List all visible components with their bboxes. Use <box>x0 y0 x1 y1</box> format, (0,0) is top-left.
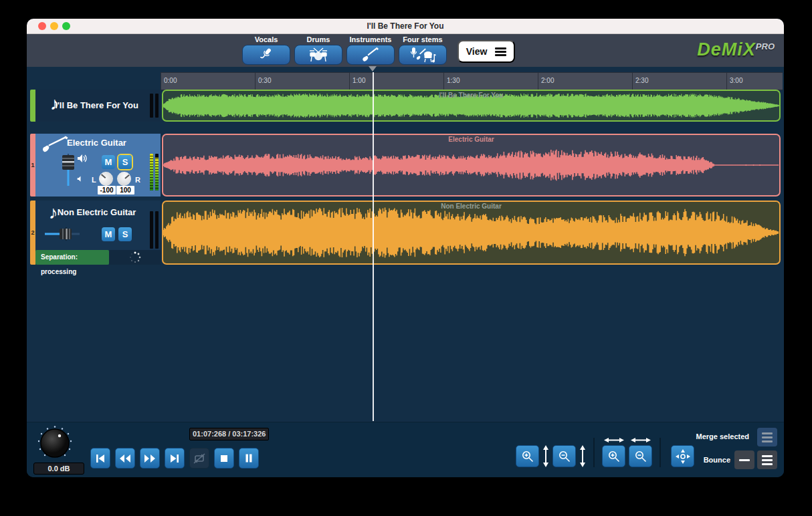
rewind-icon <box>119 454 131 463</box>
separation-status-strip: Separation: processing <box>35 250 161 265</box>
ruler-tick: 1:30 <box>443 73 460 90</box>
stem-four-stems: Four stems <box>399 35 447 65</box>
drums-button[interactable] <box>294 45 342 65</box>
logo-suffix: PRO <box>756 41 775 51</box>
track-row-mix: ♪ I'll Be There For You I'll Be There Fo… <box>30 90 781 122</box>
volume-fader[interactable] <box>60 152 77 187</box>
master-volume-value: 0.0 dB <box>33 463 84 475</box>
speaker-loud-icon <box>77 154 88 163</box>
pause-button[interactable] <box>239 448 259 469</box>
speaker-quiet-icon <box>77 175 84 182</box>
titlebar: I'll Be There For You <box>27 19 784 34</box>
ruler-tick: 0:00 <box>161 73 177 90</box>
zoom-out-icon <box>634 450 647 463</box>
transport-controls <box>90 448 259 469</box>
track-color-strip[interactable]: 1 <box>30 134 35 197</box>
stem-drums: Drums <box>294 35 342 65</box>
playhead-line[interactable] <box>373 72 374 421</box>
separation-status: Separation: processing <box>35 250 109 265</box>
fast-forward-icon <box>144 454 156 463</box>
stem-instruments: Instruments <box>346 35 395 65</box>
stem-label: Four stems <box>403 35 442 43</box>
bounce-menu-button[interactable] <box>757 450 777 469</box>
track-number: 1 <box>31 162 34 168</box>
track-title: I'll Be There For You <box>49 100 144 110</box>
stem-label: Vocals <box>255 35 278 43</box>
solo-button[interactable]: S <box>118 227 132 241</box>
zoom-out-vertical-button[interactable] <box>552 445 576 467</box>
zoom-out-horizontal-button[interactable] <box>629 445 652 467</box>
four-stems-button[interactable] <box>399 45 447 65</box>
track-header-mix[interactable]: ♪ I'll Be There For You <box>35 90 161 122</box>
audio-clip-mix[interactable]: I'll Be There For You <box>162 90 781 122</box>
solo-button[interactable]: S <box>118 155 132 169</box>
spinner-icon <box>128 251 142 264</box>
bottom-bar: 0.0 dB <box>27 422 784 477</box>
loop-disabled-icon <box>193 453 206 464</box>
playhead-marker[interactable] <box>369 66 377 72</box>
divider <box>593 438 595 467</box>
vocals-button[interactable] <box>242 45 290 65</box>
ruler-tick: 2:00 <box>538 73 554 90</box>
clip-label: I'll Be There For You <box>163 92 779 99</box>
fit-view-icon <box>676 449 690 464</box>
vertical-resize-icon <box>579 445 586 467</box>
mute-button[interactable]: M <box>102 227 115 241</box>
logo-text: DeMiX <box>697 40 756 59</box>
zoom-in-vertical-button[interactable] <box>516 445 539 467</box>
horizontal-slider[interactable] <box>43 227 81 241</box>
guitar-icon <box>361 47 380 63</box>
audio-clip-non-electric-guitar[interactable]: Non Electric Guitar <box>162 201 781 265</box>
level-meter <box>150 154 159 190</box>
track-header-electric-guitar[interactable]: Electric Guitar M S <box>35 134 161 197</box>
stem-label: Instruments <box>350 35 392 43</box>
waveform-non-electric-guitar <box>163 202 779 263</box>
time-display: 01:07:268 / 03:17:326 <box>189 428 269 440</box>
fast-forward-button[interactable] <box>140 448 160 469</box>
stop-button[interactable] <box>214 448 234 469</box>
bounce-minus-button[interactable] <box>734 450 754 469</box>
master-volume-knob[interactable] <box>35 425 74 463</box>
pan-left-value[interactable]: -100 <box>98 186 116 195</box>
track-header-non-electric-guitar[interactable]: ♪ Non Electric Guitar M S Separat <box>35 201 161 265</box>
toolbar: Vocals Drums <box>27 34 784 67</box>
track-number: 2 <box>31 229 34 236</box>
demix-pro-logo: DeMiX PRO <box>697 40 775 59</box>
track-color-strip[interactable]: 2 <box>30 201 35 265</box>
zoom-fit-button[interactable] <box>671 445 694 467</box>
level-meter <box>150 94 159 118</box>
rewind-button[interactable] <box>115 448 135 469</box>
app-window: I'll Be There For You Vocals Drums <box>27 19 784 477</box>
clip-label: Non Electric Guitar <box>163 203 779 210</box>
drums-icon <box>308 47 328 63</box>
clip-label: Electric Guitar <box>163 136 779 143</box>
stop-icon <box>220 455 228 463</box>
audio-clip-electric-guitar[interactable]: Electric Guitar <box>162 134 781 197</box>
instruments-button[interactable] <box>346 45 395 65</box>
track-color-strip[interactable] <box>30 90 35 122</box>
skip-to-start-button[interactable] <box>90 448 110 469</box>
merge-selected-button[interactable] <box>757 428 777 446</box>
loop-button[interactable] <box>189 448 209 469</box>
stem-vocals: Vocals <box>242 35 290 65</box>
track-title: Electric Guitar <box>49 138 144 148</box>
separation-spinner-area <box>109 250 161 265</box>
track-row-electric-guitar: 1 Electric Guitar <box>30 134 781 197</box>
ruler-tick: 0:30 <box>255 73 271 90</box>
ruler-tick: 1:00 <box>349 73 365 90</box>
skip-start-icon <box>95 454 106 463</box>
level-meter <box>150 211 159 249</box>
vertical-resize-icon <box>542 445 549 467</box>
mute-button[interactable]: M <box>102 155 115 169</box>
zoom-in-horizontal-button[interactable] <box>602 445 625 467</box>
ruler-tick: 3:00 <box>726 73 742 90</box>
skip-to-end-button[interactable] <box>165 448 185 469</box>
pan-right-label: R <box>135 176 140 184</box>
view-button[interactable]: View <box>458 40 515 63</box>
hamburger-menu-icon <box>495 46 506 57</box>
timeline-ruler[interactable]: 0:000:301:001:302:002:303:00 <box>161 72 783 90</box>
ruler-tick: 2:30 <box>632 73 648 90</box>
zoom-in-icon <box>521 450 534 463</box>
pan-right-value[interactable]: 100 <box>116 186 134 195</box>
zoom-out-icon <box>558 450 571 463</box>
